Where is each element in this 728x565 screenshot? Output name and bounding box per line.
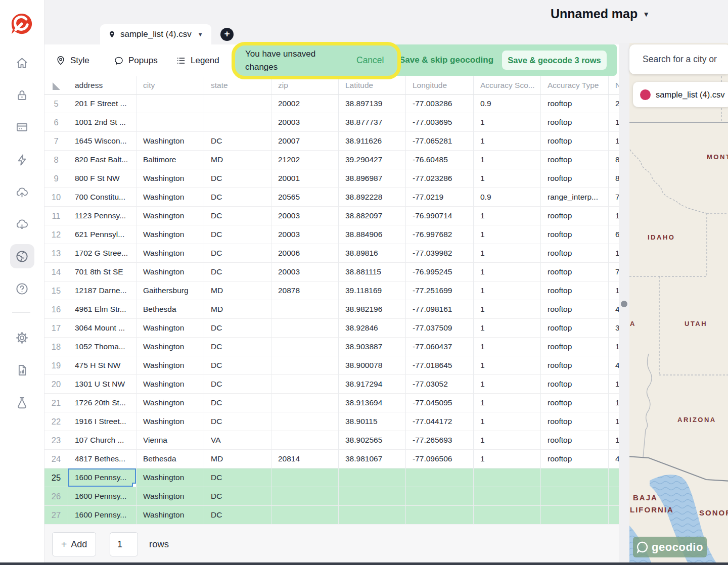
cell-city[interactable]: Washington [136, 338, 204, 356]
tab-sample-list-csv[interactable]: sample_list (4).csv ▼ [100, 24, 211, 44]
cell-address[interactable]: 1052 Thoma... [68, 338, 136, 356]
cell-state[interactable]: DC [204, 487, 271, 506]
row-number[interactable]: 18 [44, 338, 68, 356]
cancel-button[interactable]: Cancel [356, 44, 384, 76]
cell-accuracy-score[interactable]: 1 [474, 132, 541, 151]
cell-number[interactable]: 4 [609, 300, 619, 319]
cell-accuracy-score[interactable]: 1 [474, 319, 541, 338]
table-row[interactable]: 23 107 Church ... Vienna VA 38.902565 -7… [44, 431, 619, 450]
column-header-number[interactable]: N [609, 76, 619, 95]
cell-state[interactable]: MD [204, 281, 271, 300]
cell-number[interactable]: 4 [609, 356, 619, 375]
row-number[interactable]: 5 [44, 95, 68, 113]
map-title-dropdown[interactable]: Unnamed map ▼ [551, 7, 650, 21]
table-row[interactable]: 22 1916 I Street... Washington DC 38.901… [44, 412, 619, 431]
cell-latitude[interactable]: 38.981067 [339, 450, 406, 468]
cell-accuracy-type[interactable] [541, 468, 609, 487]
cell-accuracy-score[interactable]: 1 [474, 375, 541, 394]
cell-longitude[interactable]: -77.265693 [406, 431, 474, 450]
table-row[interactable]: 11 1123 Pennsy... Washington DC 20003 38… [44, 207, 619, 225]
cell-latitude[interactable]: 38.892228 [339, 188, 406, 207]
column-header-latitude[interactable]: Latitude [339, 76, 406, 95]
cell-number[interactable]: 1 [609, 132, 619, 151]
cell-address[interactable]: 1123 Pennsy... [68, 207, 136, 225]
cell-accuracy-score[interactable]: 1 [474, 225, 541, 244]
row-number[interactable]: 24 [44, 450, 68, 468]
cell-number[interactable]: 1 [609, 394, 619, 412]
cell-accuracy-type[interactable] [541, 487, 609, 506]
cell-city[interactable]: Washington [136, 356, 204, 375]
cell-city[interactable]: Washington [136, 468, 204, 487]
cell-accuracy-score[interactable]: 1 [474, 356, 541, 375]
cell-latitude[interactable]: 38.982196 [339, 300, 406, 319]
cell-longitude[interactable]: -77.037509 [406, 319, 474, 338]
cell-state[interactable]: DC [204, 169, 271, 188]
cell-accuracy-score[interactable]: 1 [474, 169, 541, 188]
table-row[interactable]: 26 1600 Pennsy... Washington DC [44, 487, 619, 506]
cell-longitude[interactable]: -77.096506 [406, 450, 474, 468]
cell-address[interactable]: 3064 Mount ... [68, 319, 136, 338]
cell-number[interactable]: 1 [609, 431, 619, 450]
column-header-zip[interactable]: zip [271, 76, 339, 95]
table-row[interactable]: 25 1600 Pennsy... Washington DC [44, 468, 619, 487]
column-header-address[interactable]: address [68, 76, 136, 95]
cell-number[interactable]: 7 [609, 188, 619, 207]
cell-accuracy-score[interactable] [474, 506, 541, 525]
row-number[interactable]: 22 [44, 412, 68, 431]
cell-number[interactable] [609, 487, 619, 506]
row-number[interactable]: 16 [44, 300, 68, 319]
cell-latitude[interactable]: 39.118169 [339, 281, 406, 300]
legend-button[interactable]: Legend [176, 44, 219, 76]
cell-address[interactable]: 701 8th St SE [68, 263, 136, 281]
cell-longitude[interactable]: -77.098161 [406, 300, 474, 319]
cell-state[interactable]: DC [204, 506, 271, 525]
cell-accuracy-type[interactable]: rooftop [541, 113, 609, 132]
cell-city[interactable]: Washington [136, 244, 204, 263]
cell-address[interactable]: 1301 U St NW [68, 375, 136, 394]
row-number[interactable]: 13 [44, 244, 68, 263]
add-dataset-button[interactable]: + [220, 28, 234, 41]
cell-number[interactable]: 1 [609, 338, 619, 356]
cell-state[interactable]: MD [204, 450, 271, 468]
cell-zip[interactable] [271, 356, 339, 375]
cell-latitude[interactable]: 38.896987 [339, 169, 406, 188]
cell-number[interactable]: 1 [609, 412, 619, 431]
cell-accuracy-type[interactable]: rooftop [541, 281, 609, 300]
table-row[interactable]: 6 1001 2nd St ... 20003 38.877737 -77.00… [44, 113, 619, 132]
sidebar-item-download[interactable] [10, 212, 34, 236]
cell-address[interactable]: 1600 Pennsy... [68, 468, 136, 487]
cell-longitude[interactable]: -77.065281 [406, 132, 474, 151]
cell-latitude[interactable]: 38.911626 [339, 132, 406, 151]
cell-city[interactable]: Bethesda [136, 300, 204, 319]
sidebar-item-api[interactable] [10, 148, 34, 172]
cell-state[interactable]: DC [204, 132, 271, 151]
sidebar-item-maps[interactable] [10, 244, 34, 268]
cell-address[interactable]: 201 F Street ... [68, 95, 136, 113]
cell-latitude[interactable]: 38.913694 [339, 394, 406, 412]
row-number[interactable]: 25 [44, 468, 68, 487]
cell-number[interactable] [609, 468, 619, 487]
cell-state[interactable] [204, 113, 271, 132]
geocodio-logo[interactable] [10, 12, 33, 35]
sidebar-item-help[interactable] [10, 276, 34, 301]
table-row[interactable]: 10 700 Constitu... Washington DC 20565 3… [44, 188, 619, 207]
cell-latitude[interactable]: 38.90115 [339, 412, 406, 431]
cell-accuracy-score[interactable]: 1 [474, 450, 541, 468]
table-row[interactable]: 27 1600 Pennsy... Washington DC [44, 506, 619, 525]
save-geocode-button[interactable]: Save & geocode 3 rows [502, 51, 607, 70]
cell-longitude[interactable]: -76.997682 [406, 225, 474, 244]
row-number[interactable]: 26 [44, 487, 68, 506]
cell-address[interactable]: 4817 Bethes... [68, 450, 136, 468]
cell-number[interactable]: 7 [609, 263, 619, 281]
cell-city[interactable]: Washington [136, 319, 204, 338]
cell-number[interactable]: 8 [609, 151, 619, 169]
cell-city[interactable]: Washington [136, 263, 204, 281]
row-number[interactable]: 27 [44, 506, 68, 525]
sidebar-item-security[interactable] [10, 83, 34, 107]
cell-latitude[interactable]: 38.89816 [339, 244, 406, 263]
cell-longitude[interactable]: -77.039982 [406, 244, 474, 263]
cell-state[interactable]: DC [204, 375, 271, 394]
cell-accuracy-type[interactable]: range_interp... [541, 188, 609, 207]
cell-accuracy-type[interactable]: rooftop [541, 225, 609, 244]
row-number[interactable]: 19 [44, 356, 68, 375]
